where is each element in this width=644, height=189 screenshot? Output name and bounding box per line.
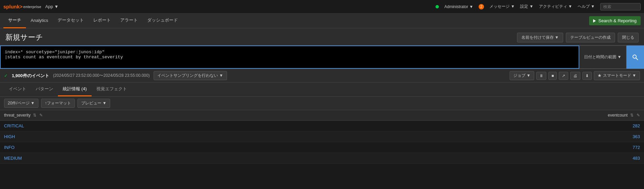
top-nav-right: Administrator ▼ 2 メッセージ ▼ 設定 ▼ アクティビティ ▼… [436,3,641,10]
col-eventcount-header[interactable]: eventcount ⇅ ✎ [347,110,644,121]
table-row: MEDIUM483 [0,153,644,164]
save-button[interactable]: 名前を付けて保存 ▼ [517,33,563,42]
search-reporting-label: Search & Reporting [599,18,637,23]
messages-menu[interactable]: メッセージ ▼ [489,4,515,9]
table-row: INFO772 [0,142,644,153]
smart-mode-button[interactable]: ★ スマートモード ▼ [594,71,640,80]
count-cell: 483 [347,153,644,164]
per-page-button[interactable]: 20件/ページ ▼ [4,99,38,108]
search-icon [632,54,639,61]
messages-badge: 2 [479,4,484,9]
share-button[interactable]: ↗ [559,72,568,80]
search-area: index=* sourcetype="juniper:junos:idp" |… [0,45,644,69]
results-bar-right: ジョブ ▼ ⏸ ■ ↗ 🖨 ⬇ ★ スマートモード ▼ [510,71,640,80]
col-threat-severity-header[interactable]: threat_severity ⇅ ✎ [0,110,347,121]
tab-analytics[interactable]: Analytics [26,14,53,28]
job-button[interactable]: ジョブ ▼ [510,71,534,80]
status-indicator [436,5,439,8]
controls-row: 20件/ページ ▼ ↑フォーマット プレビュー ▼ [0,97,644,110]
table-row: CRITICAL282 [0,121,644,131]
help-menu[interactable]: ヘルプ ▼ [578,4,595,9]
result-tabs: イベント パターン 統計情報 (4) 視覚エフェクト [0,83,644,97]
tab-events[interactable]: イベント [4,83,31,96]
severity-cell[interactable]: INFO [0,142,347,153]
sampling-button[interactable]: イベントサンプリングを行わない ▼ [154,71,227,80]
splunk-logo[interactable]: splunk>enterprise [3,4,41,9]
preview-button[interactable]: プレビュー ▼ [77,99,110,108]
edit-icon-count[interactable]: ✎ [637,113,640,118]
activity-menu[interactable]: アクティビティ ▼ [539,4,572,9]
check-icon: ✓ [4,73,8,78]
download-button[interactable]: ⬇ [582,72,592,80]
top-search-input[interactable] [600,3,641,10]
tab-statistics[interactable]: 統計情報 (4) [58,83,92,96]
severity-link[interactable]: INFO [4,145,14,150]
edit-icon-severity[interactable]: ✎ [39,113,43,118]
results-range: (2024/05/27 23:52:00.000〜2024/05/28 23:5… [53,73,150,78]
settings-menu[interactable]: 設定 ▼ [520,4,533,9]
svg-point-0 [633,55,636,58]
pause-button[interactable]: ⏸ [536,72,546,80]
count-cell: 772 [347,142,644,153]
table-view-button[interactable]: テーブルビューの作成 [566,33,615,42]
secondary-navigation: サーチ Analytics データセット レポート アラート ダッシュボード S… [0,13,644,28]
count-link[interactable]: 363 [633,134,640,139]
app-menu[interactable]: App ▼ [45,4,59,9]
search-reporting-button[interactable]: Search & Reporting [589,16,641,25]
admin-menu[interactable]: Administrator ▼ [444,4,473,9]
tab-datasets[interactable]: データセット [53,13,89,28]
tab-patterns[interactable]: パターン [31,83,58,96]
tab-dashboards[interactable]: ダッシュボード [142,13,183,28]
close-button[interactable]: 閉じる [618,33,639,42]
severity-cell[interactable]: CRITICAL [0,121,347,131]
table-row: HIGH363 [0,131,644,142]
tab-alerts[interactable]: アラート [116,13,142,28]
sort-icon-count: ⇅ [630,113,634,118]
time-range-button[interactable]: 日付と時間の範囲 ▼ [579,45,626,69]
header-actions: 名前を付けて保存 ▼ テーブルビューの作成 閉じる [517,33,639,42]
count-link[interactable]: 282 [633,123,640,128]
count-cell: 363 [347,131,644,142]
severity-link[interactable]: HIGH [4,134,15,139]
print-button[interactable]: 🖨 [570,72,580,80]
search-go-button[interactable] [626,45,644,69]
severity-link[interactable]: CRITICAL [4,123,24,128]
count-link[interactable]: 483 [633,156,640,161]
search-reporting-icon [593,19,596,23]
severity-cell[interactable]: MEDIUM [0,153,347,164]
enterprise-text: enterprise [23,5,41,9]
top-navigation: splunk>enterprise App ▼ Administrator ▼ … [0,0,644,13]
tab-reports[interactable]: レポート [89,13,116,28]
format-button[interactable]: ↑フォーマット [41,99,75,108]
search-input-container: index=* sourcetype="juniper:junos:idp" |… [0,45,579,69]
tab-search[interactable]: サーチ [3,13,26,28]
page-title: 新規サーチ [5,32,43,42]
svg-line-1 [636,58,638,60]
stop-button[interactable]: ■ [548,72,557,80]
page-header: 新規サーチ 名前を付けて保存 ▼ テーブルビューの作成 閉じる [0,28,644,45]
severity-cell[interactable]: HIGH [0,131,347,142]
tab-visualization[interactable]: 視覚エフェクト [92,83,132,96]
results-count: 1,900件のイベント [12,73,49,79]
sort-icon-severity: ⇅ [33,113,36,118]
count-cell: 282 [347,121,644,131]
search-input[interactable]: index=* sourcetype="juniper:junos:idp" |… [0,45,579,69]
severity-link[interactable]: MEDIUM [4,156,22,161]
results-bar: ✓ 1,900件のイベント (2024/05/27 23:52:00.000〜2… [0,69,644,83]
splunk-text: splunk> [3,4,23,9]
data-table: threat_severity ⇅ ✎ eventcount ⇅ ✎ CRITI… [0,110,644,164]
count-link[interactable]: 772 [633,145,640,150]
